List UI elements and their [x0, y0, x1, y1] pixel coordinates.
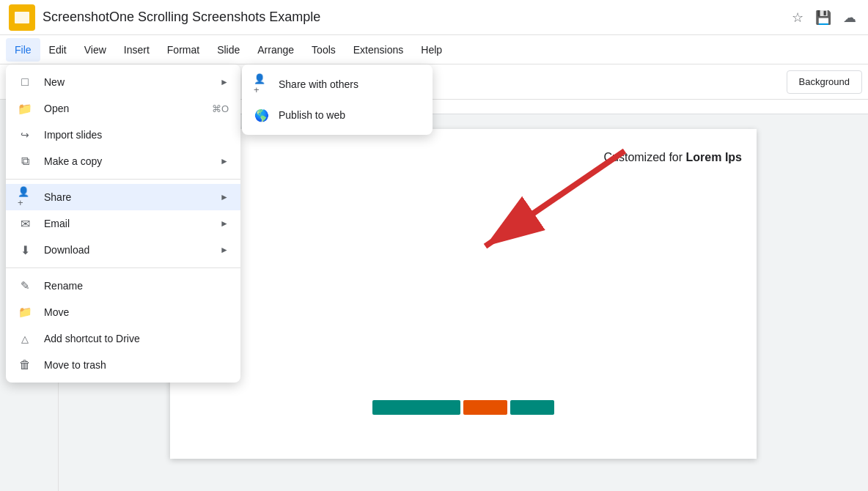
- share-others-icon: 👤+: [254, 76, 270, 92]
- cloud-icon[interactable]: ☁: [840, 7, 859, 29]
- drive-icon[interactable]: 💾: [812, 7, 834, 29]
- slide-canvas: Confidential Customized for Lorem Ips: [170, 129, 757, 459]
- menu-bar: File Edit View Insert Format Slide Arran…: [0, 35, 868, 64]
- separator-2: [6, 267, 240, 268]
- menu-slide[interactable]: Slide: [208, 38, 249, 62]
- copy-arrow-icon: ►: [220, 156, 229, 166]
- new-icon: □: [18, 75, 32, 89]
- menu-item-rename[interactable]: ✎ Rename: [6, 273, 240, 299]
- share-label: Share: [44, 191, 208, 203]
- app-title: ScreenshotOne Scrolling Screenshots Exam…: [43, 10, 781, 25]
- chart-bar-orange: [463, 400, 507, 415]
- menu-item-copy[interactable]: ⧉ Make a copy ►: [6, 148, 240, 174]
- new-arrow-icon: ►: [220, 77, 229, 87]
- publish-label: Publish to web: [279, 109, 345, 121]
- email-icon: ✉: [18, 216, 32, 231]
- import-icon: ↪: [18, 128, 32, 142]
- download-icon: ⬇: [18, 243, 32, 257]
- trash-icon: 🗑: [18, 358, 32, 372]
- chart-bar-teal-1: [372, 400, 460, 415]
- chart-bar-teal-2: [510, 400, 554, 415]
- app-icon-inner: [15, 12, 29, 23]
- trash-label: Move to trash: [44, 359, 229, 371]
- share-others-label: Share with others: [279, 78, 358, 90]
- menu-help[interactable]: Help: [412, 38, 451, 62]
- share-icon: 👤+: [18, 190, 32, 204]
- menu-item-download[interactable]: ⬇ Download ►: [6, 237, 240, 263]
- menu-edit[interactable]: Edit: [40, 38, 76, 62]
- background-button[interactable]: Background: [787, 70, 862, 94]
- download-label: Download: [44, 244, 208, 256]
- share-submenu: 👤+ Share with others 🌎 Publish to web: [242, 64, 433, 135]
- rename-icon: ✎: [18, 278, 32, 293]
- submenu-publish[interactable]: 🌎 Publish to web: [242, 100, 433, 130]
- menu-extensions[interactable]: Extensions: [345, 38, 412, 62]
- file-menu-dropdown: □ New ► 📁 Open ⌘O ↪ Import slides ⧉ Make…: [6, 64, 240, 383]
- menu-item-move[interactable]: 📁 Move: [6, 299, 240, 325]
- menu-format[interactable]: Format: [158, 38, 208, 62]
- title-bar: ScreenshotOne Scrolling Screenshots Exam…: [0, 0, 868, 35]
- customized-prefix: Customized for: [603, 151, 685, 163]
- move-icon: 📁: [18, 305, 32, 320]
- customized-text: Customized for Lorem Ips: [603, 151, 742, 164]
- new-label: New: [44, 76, 208, 88]
- menu-item-open[interactable]: 📁 Open ⌘O: [6, 95, 240, 122]
- publish-icon: 🌎: [254, 107, 270, 123]
- app-icon: [9, 4, 35, 31]
- svg-line-1: [485, 151, 625, 246]
- title-icons: ☆ 💾 ☁: [789, 7, 859, 29]
- menu-item-shortcut[interactable]: △ Add shortcut to Drive: [6, 325, 240, 352]
- chart-area: [372, 400, 554, 415]
- copy-label: Make a copy: [44, 155, 208, 167]
- open-shortcut: ⌘O: [212, 103, 229, 114]
- shortcut-label: Add shortcut to Drive: [44, 333, 229, 344]
- separator-1: [6, 179, 240, 180]
- menu-item-trash[interactable]: 🗑 Move to trash: [6, 352, 240, 378]
- open-icon: 📁: [18, 101, 32, 116]
- customized-bold: Lorem Ips: [686, 151, 742, 163]
- move-label: Move: [44, 306, 229, 318]
- menu-item-import[interactable]: ↪ Import slides: [6, 122, 240, 148]
- submenu-share-others[interactable]: 👤+ Share with others: [242, 69, 433, 100]
- email-label: Email: [44, 218, 208, 229]
- copy-icon: ⧉: [18, 154, 32, 169]
- menu-item-email[interactable]: ✉ Email ►: [6, 210, 240, 237]
- rename-label: Rename: [44, 280, 229, 292]
- menu-file[interactable]: File: [6, 38, 40, 62]
- shortcut-icon: △: [18, 331, 32, 346]
- menu-item-share[interactable]: 👤+ Share ►: [6, 184, 240, 210]
- menu-arrange[interactable]: Arrange: [249, 38, 303, 62]
- star-icon[interactable]: ☆: [789, 7, 806, 29]
- menu-item-new[interactable]: □ New ►: [6, 69, 240, 95]
- import-label: Import slides: [44, 129, 229, 141]
- share-arrow-icon: ►: [220, 192, 229, 202]
- email-arrow-icon: ►: [220, 218, 229, 229]
- menu-view[interactable]: View: [76, 38, 115, 62]
- download-arrow-icon: ►: [220, 245, 229, 255]
- open-label: Open: [44, 103, 200, 114]
- menu-tools[interactable]: Tools: [303, 38, 345, 62]
- menu-insert[interactable]: Insert: [115, 38, 158, 62]
